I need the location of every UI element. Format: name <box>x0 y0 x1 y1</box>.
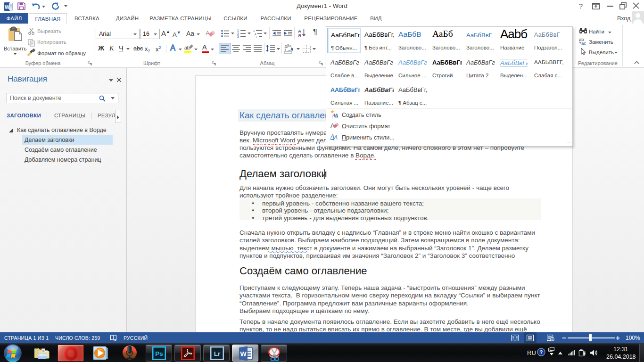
svg-text:ac: ac <box>581 41 586 45</box>
svg-text:W: W <box>240 350 247 358</box>
svg-text:a: a <box>255 33 256 35</box>
svg-text:3: 3 <box>237 35 239 38</box>
svg-text:Я: Я <box>298 33 301 38</box>
svg-text:i: i <box>256 35 256 38</box>
svg-text:A: A <box>334 112 338 118</box>
svg-text:Ps: Ps <box>155 350 163 357</box>
svg-text:W: W <box>5 4 9 10</box>
svg-text:1: 1 <box>253 29 255 32</box>
svg-text:A: A <box>206 30 210 37</box>
svg-text:?: ? <box>540 350 543 355</box>
svg-text:Lr: Lr <box>214 350 221 357</box>
